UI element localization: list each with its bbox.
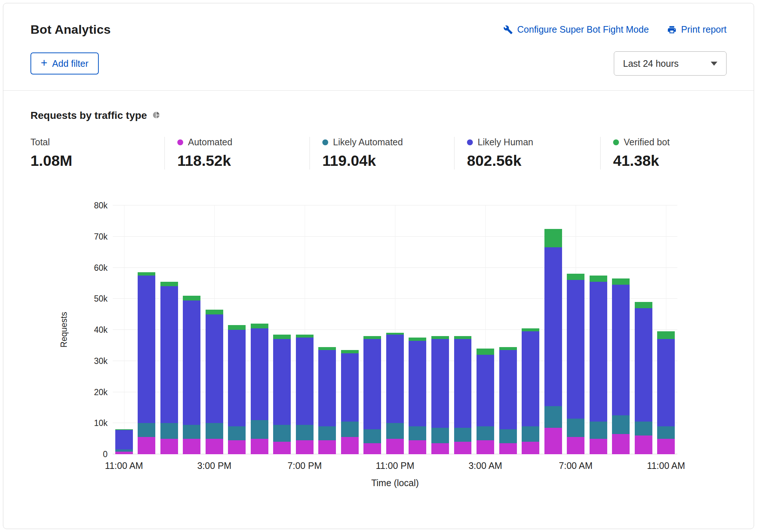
bar-slot xyxy=(248,205,271,454)
y-tick-label: 60k xyxy=(94,263,108,273)
stat-likely-automated-value: 119.04k xyxy=(322,152,447,170)
bar-slot xyxy=(564,205,587,454)
bar-segment xyxy=(183,300,200,425)
bar-segment xyxy=(409,338,426,340)
y-tick-label: 20k xyxy=(94,387,108,397)
bar-segment xyxy=(363,336,381,339)
bar-slot xyxy=(497,205,519,454)
bar-segment xyxy=(477,426,494,440)
x-tick-label: 7:00 PM xyxy=(287,460,322,471)
bar-segment xyxy=(251,328,268,420)
bar-slot xyxy=(203,205,226,454)
y-tick-label: 0 xyxy=(103,449,108,459)
bar-segment xyxy=(522,331,539,426)
bar-segment xyxy=(477,440,494,454)
bar-segment xyxy=(454,339,472,428)
bars xyxy=(113,205,677,454)
time-range-select[interactable]: Last 24 hours xyxy=(614,51,727,76)
bar-segment xyxy=(318,347,336,350)
stat-likely-human: Likely Human 802.56k xyxy=(454,137,600,170)
stat-automated-value: 118.52k xyxy=(177,152,302,170)
bar-segment xyxy=(499,443,517,454)
bar-segment xyxy=(544,428,562,454)
bar-segment xyxy=(341,437,359,454)
plot-area xyxy=(113,205,677,454)
bar-segment xyxy=(477,349,494,355)
bar-segment xyxy=(386,439,404,454)
bar-segment xyxy=(454,442,472,454)
print-report-link[interactable]: Print report xyxy=(667,24,727,35)
likely-automated-legend-dot xyxy=(322,139,328,145)
bar-segment xyxy=(228,426,246,440)
bar-segment xyxy=(115,452,133,454)
bar-segment xyxy=(499,429,517,443)
bar-segment xyxy=(160,423,178,438)
bar-segment xyxy=(341,422,359,437)
add-filter-button[interactable]: + Add filter xyxy=(30,52,99,74)
time-range-value: Last 24 hours xyxy=(623,58,679,69)
bar-segment xyxy=(138,423,155,437)
bar-segment xyxy=(363,429,381,443)
stacked-bar-13 xyxy=(409,205,426,454)
stat-likely-human-label: Likely Human xyxy=(478,137,533,147)
bar-segment xyxy=(544,406,562,428)
bar-segment xyxy=(409,426,426,440)
bar-segment xyxy=(409,341,426,426)
bar-segment xyxy=(138,276,155,423)
stacked-bar-11 xyxy=(363,205,381,454)
section-title: Requests by traffic type xyxy=(30,110,147,121)
bar-slot xyxy=(632,205,655,454)
bar-slot xyxy=(542,205,565,454)
bar-segment xyxy=(499,347,517,350)
bar-segment xyxy=(612,285,630,415)
stacked-bar-7 xyxy=(273,205,291,454)
bar-segment xyxy=(296,425,314,440)
bar-slot xyxy=(361,205,384,454)
stacked-bar-1 xyxy=(138,205,155,454)
stat-automated: Automated 118.52k xyxy=(164,137,309,170)
stacked-bar-9 xyxy=(318,205,336,454)
bar-segment xyxy=(386,423,404,438)
stat-total: Total 1.08M xyxy=(30,137,164,170)
bar-segment xyxy=(635,436,652,454)
bar-slot xyxy=(135,205,158,454)
bar-segment xyxy=(273,442,291,454)
bar-segment xyxy=(499,350,517,429)
bar-slot xyxy=(609,205,632,454)
stacked-bar-2 xyxy=(160,205,178,454)
stat-likely-automated: Likely Automated 119.04k xyxy=(309,137,454,170)
bar-segment xyxy=(183,439,200,454)
add-filter-label: Add filter xyxy=(52,58,88,69)
bar-segment xyxy=(206,439,223,454)
bar-segment xyxy=(138,437,155,454)
bar-segment xyxy=(657,426,675,439)
bar-segment xyxy=(160,282,178,287)
printer-icon xyxy=(667,25,677,34)
bar-segment xyxy=(296,335,314,338)
bar-slot xyxy=(655,205,677,454)
stat-verified-bot: Verified bot 41.38k xyxy=(600,137,727,170)
x-tick-label: 3:00 AM xyxy=(468,460,502,471)
stat-automated-label: Automated xyxy=(188,137,232,147)
bar-segment xyxy=(522,328,539,331)
print-link-label: Print report xyxy=(681,24,727,35)
bar-segment xyxy=(431,339,449,428)
bar-segment xyxy=(251,324,268,328)
stacked-bar-0 xyxy=(115,205,133,454)
bar-segment xyxy=(431,428,449,443)
bar-segment xyxy=(183,425,200,439)
bar-segment xyxy=(431,443,449,454)
stacked-bar-16 xyxy=(477,205,494,454)
stacked-bar-20 xyxy=(567,205,584,454)
bar-segment xyxy=(657,339,675,426)
bot-analytics-card: Bot Analytics Configure Super Bot Fight … xyxy=(3,3,754,529)
stacked-bar-12 xyxy=(386,205,404,454)
configure-super-bot-fight-mode-link[interactable]: Configure Super Bot Fight Mode xyxy=(503,24,649,35)
bar-slot xyxy=(338,205,361,454)
bar-segment xyxy=(567,280,584,418)
bar-slot xyxy=(316,205,339,454)
bar-segment xyxy=(522,426,539,442)
bar-segment xyxy=(318,440,336,454)
bar-segment xyxy=(590,439,607,454)
y-axis-labels: 010k20k30k40k50k60k70k80k xyxy=(58,205,108,454)
